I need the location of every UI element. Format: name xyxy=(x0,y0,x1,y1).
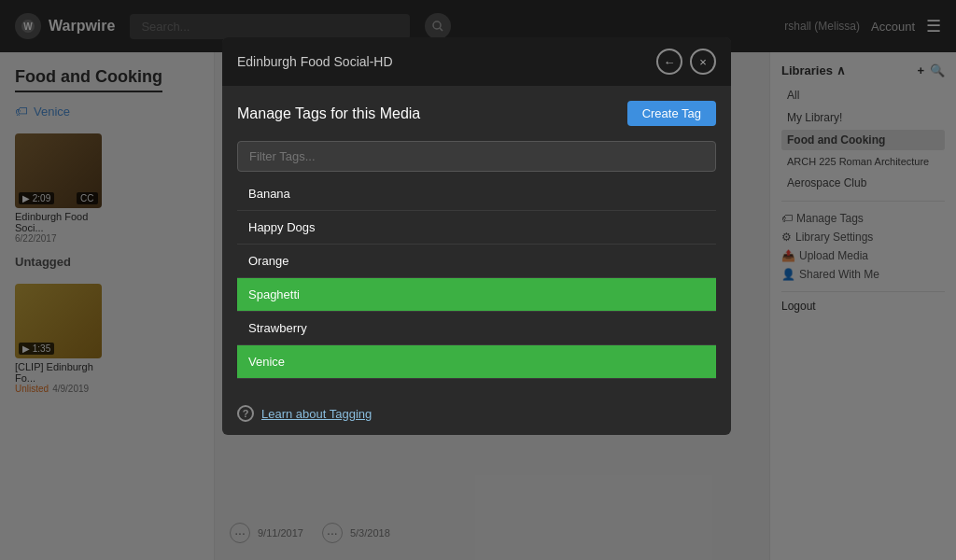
tag-row-spaghetti[interactable]: Spaghetti xyxy=(237,278,716,312)
tag-row-banana[interactable]: Banana xyxy=(237,177,716,211)
tag-row-venice[interactable]: Venice xyxy=(237,345,716,379)
tag-row-orange[interactable]: Orange xyxy=(237,245,716,278)
modal-close-button[interactable]: × xyxy=(690,49,716,75)
modal-body: Manage Tags for this Media Create Tag Ba… xyxy=(222,86,731,394)
modal-footer: ? Learn about Tagging xyxy=(222,394,731,435)
modal-body-header: Manage Tags for this Media Create Tag xyxy=(237,101,716,126)
modal-body-title: Manage Tags for this Media xyxy=(237,105,420,122)
learn-about-tagging-link[interactable]: Learn about Tagging xyxy=(261,407,372,421)
modal-header-title: Edinburgh Food Social-HD xyxy=(237,54,393,69)
modal-nav-buttons: ← × xyxy=(656,49,716,75)
create-tag-button[interactable]: Create Tag xyxy=(627,101,716,126)
modal-back-button[interactable]: ← xyxy=(656,49,682,75)
tag-row-happydogs[interactable]: Happy Dogs xyxy=(237,211,716,245)
tag-row-strawberry[interactable]: Strawberry xyxy=(237,312,716,345)
filter-tags-input[interactable] xyxy=(237,141,716,172)
modal-header: Edinburgh Food Social-HD ← × xyxy=(222,37,731,86)
tags-list: Banana Happy Dogs Orange Spaghetti Straw… xyxy=(237,177,716,379)
help-icon: ? xyxy=(237,405,254,422)
manage-tags-modal: Edinburgh Food Social-HD ← × Manage Tags… xyxy=(222,37,731,435)
